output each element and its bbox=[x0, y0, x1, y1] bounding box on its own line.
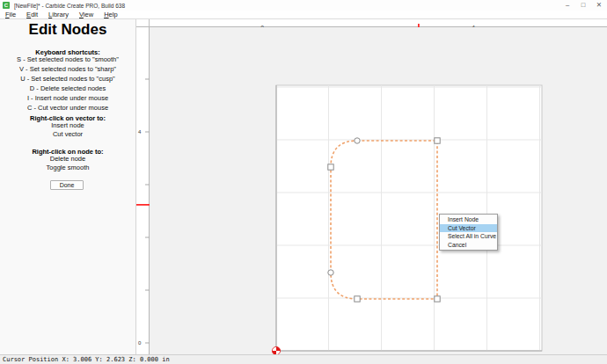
maximize-icon[interactable]: □ bbox=[575, 0, 591, 11]
vector-action-insert: Insert node bbox=[0, 121, 135, 130]
ruler-corner bbox=[136, 19, 150, 27]
canvas-viewport[interactable]: Insert Node Cut Vector Select All in Cur… bbox=[150, 27, 607, 354]
title-bar: C [NewFile]* - Carbide Create PRO, Build… bbox=[0, 0, 607, 11]
close-icon[interactable]: ✕ bbox=[591, 0, 607, 11]
horizontal-ruler: 0 4 bbox=[150, 19, 607, 27]
node-actions-list: Delete node Toggle smooth bbox=[0, 155, 135, 172]
context-menu-item-cancel[interactable]: Cancel bbox=[440, 241, 497, 250]
app-logo-icon: C bbox=[3, 2, 10, 9]
context-menu-item-cut-vector[interactable]: Cut Vector bbox=[440, 224, 497, 233]
design-canvas[interactable] bbox=[270, 79, 548, 357]
shortcut-sharp: V - Set selected nodes to "sharp" bbox=[0, 64, 135, 74]
shortcut-cusp: U - Set selected nodes to "cusp" bbox=[0, 74, 135, 84]
vruler-label-0: 0 bbox=[138, 340, 142, 346]
context-menu: Insert Node Cut Vector Select All in Cur… bbox=[439, 214, 498, 251]
menu-library[interactable]: Library bbox=[43, 11, 74, 18]
menu-edit[interactable]: Edit bbox=[21, 11, 43, 18]
keyboard-shortcuts-list: S - Set selected nodes to "smooth" V - S… bbox=[0, 55, 135, 113]
edit-nodes-panel: Edit Nodes Keyboard shortcuts: S - Set s… bbox=[0, 19, 136, 354]
node-handle-square[interactable] bbox=[435, 138, 440, 143]
vruler-cursor-marker bbox=[136, 204, 150, 206]
done-button[interactable]: Done bbox=[50, 180, 84, 190]
vector-actions-list: Insert node Cut vector bbox=[0, 121, 135, 139]
shortcut-cut: C - Cut vector under mouse bbox=[0, 103, 135, 113]
vruler-label-4: 4 bbox=[138, 129, 142, 135]
menu-file[interactable]: File bbox=[0, 11, 21, 18]
node-action-toggle: Toggle smooth bbox=[0, 164, 135, 172]
node-handle-square[interactable] bbox=[328, 164, 333, 170]
app-window: C [NewFile]* - Carbide Create PRO, Build… bbox=[0, 0, 607, 364]
menu-bar: File Edit Library View Help bbox=[0, 11, 607, 19]
shortcut-smooth: S - Set selected nodes to "smooth" bbox=[0, 55, 135, 64]
context-menu-item-select-all[interactable]: Select All in Curve bbox=[440, 232, 497, 241]
node-handle-square[interactable] bbox=[355, 296, 360, 302]
vector-action-cut: Cut vector bbox=[0, 130, 135, 139]
cursor-position-readout: Cursor Position X: 3.006 Y: 2.623 Z: 0.0… bbox=[3, 356, 170, 363]
minimize-icon[interactable]: – bbox=[559, 0, 575, 11]
vertical-ruler: 4 0 bbox=[136, 27, 150, 354]
shortcut-insert: I - Insert node under mouse bbox=[0, 93, 135, 103]
window-controls: – □ ✕ bbox=[559, 0, 607, 11]
node-handle-circle[interactable] bbox=[328, 270, 333, 275]
node-action-delete: Delete node bbox=[0, 155, 135, 164]
window-title: [NewFile]* - Carbide Create PRO, Build 6… bbox=[14, 3, 125, 9]
stock-area bbox=[276, 85, 542, 351]
status-bar: Cursor Position X: 3.006 Y: 2.623 Z: 0.0… bbox=[0, 354, 607, 364]
menu-view[interactable]: View bbox=[74, 11, 99, 18]
menu-help[interactable]: Help bbox=[99, 11, 122, 18]
workspace: 0 4 4 0 bbox=[136, 19, 607, 354]
shortcut-delete: D - Delete selected nodes bbox=[0, 84, 135, 93]
node-handle-square[interactable] bbox=[435, 296, 440, 302]
vertical-ruler-ticks: 4 0 bbox=[136, 27, 150, 354]
panel-title: Edit Nodes bbox=[0, 21, 135, 39]
context-menu-item-insert-node[interactable]: Insert Node bbox=[440, 215, 497, 224]
node-handle-circle[interactable] bbox=[355, 138, 360, 143]
